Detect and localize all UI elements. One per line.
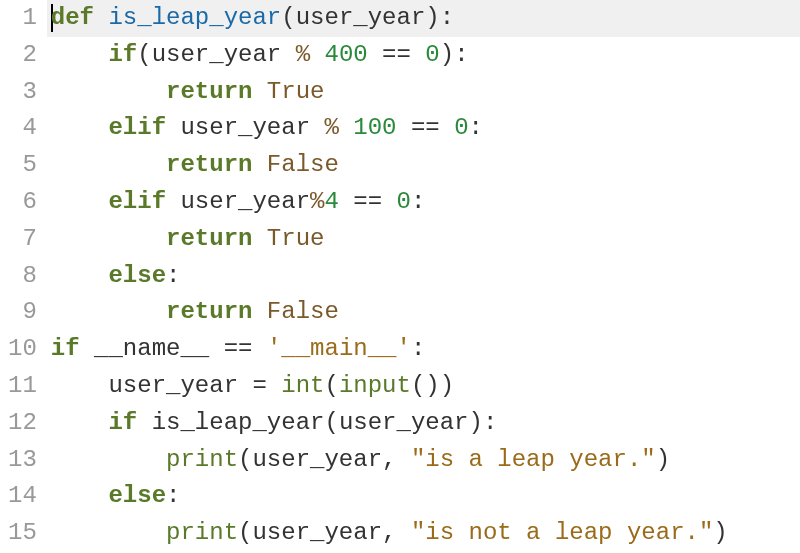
- line-number: 5: [8, 147, 37, 184]
- line-number: 8: [8, 258, 37, 295]
- line-number: 2: [8, 37, 37, 74]
- code-line[interactable]: user_year = int(input()): [47, 368, 800, 405]
- line-number: 11: [8, 368, 37, 405]
- code-line[interactable]: else:: [47, 478, 800, 515]
- code-line[interactable]: elif user_year%4 == 0:: [47, 184, 800, 221]
- line-number: 12: [8, 405, 37, 442]
- line-number: 3: [8, 74, 37, 111]
- code-line[interactable]: else:: [47, 258, 800, 295]
- line-number: 13: [8, 442, 37, 479]
- line-number: 9: [8, 294, 37, 331]
- line-number: 14: [8, 478, 37, 515]
- code-area[interactable]: def is_leap_year(user_year): if(user_yea…: [47, 0, 800, 553]
- code-line[interactable]: if(user_year % 400 == 0):: [47, 37, 800, 74]
- code-line[interactable]: if is_leap_year(user_year):: [47, 405, 800, 442]
- code-line[interactable]: def is_leap_year(user_year):: [47, 0, 800, 37]
- line-number: 15: [8, 515, 37, 552]
- code-line[interactable]: return False: [47, 147, 800, 184]
- line-number: 1: [8, 0, 37, 37]
- code-line[interactable]: if __name__ == '__main__':: [47, 331, 800, 368]
- line-number: 4: [8, 110, 37, 147]
- line-number: 6: [8, 184, 37, 221]
- code-line[interactable]: print(user_year, "is not a leap year."): [47, 515, 800, 552]
- line-number: 10: [8, 331, 37, 368]
- code-line[interactable]: return True: [47, 221, 800, 258]
- line-number-gutter: 1 2 3 4 5 6 7 8 9 10 11 12 13 14 15: [0, 0, 47, 553]
- code-editor[interactable]: 1 2 3 4 5 6 7 8 9 10 11 12 13 14 15 def …: [0, 0, 800, 553]
- code-line[interactable]: return False: [47, 294, 800, 331]
- code-line[interactable]: return True: [47, 74, 800, 111]
- code-line[interactable]: print(user_year, "is a leap year."): [47, 442, 800, 479]
- code-line[interactable]: elif user_year % 100 == 0:: [47, 110, 800, 147]
- line-number: 7: [8, 221, 37, 258]
